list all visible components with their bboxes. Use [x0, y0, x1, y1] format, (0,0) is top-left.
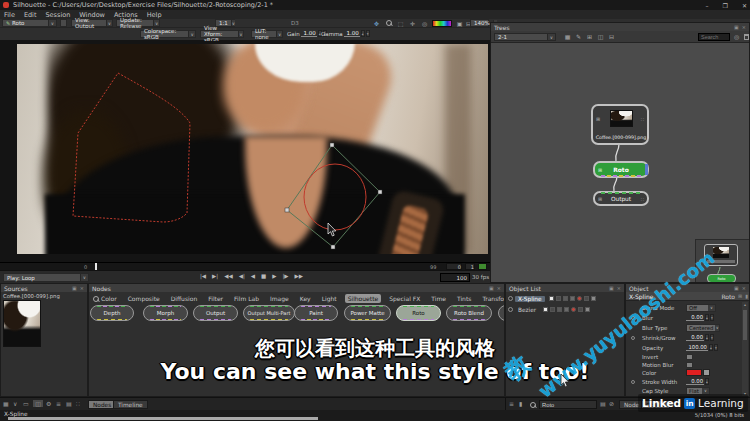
dock-icon[interactable]: ▣: [734, 24, 739, 30]
close-icon[interactable]: ×: [497, 285, 501, 291]
source-node[interactable]: ⊞ ∷ Coffee.[000-099].png: [591, 104, 649, 145]
step-field[interactable]: 1: [465, 263, 475, 270]
lock-icon[interactable]: ▮: [519, 400, 522, 407]
session-selector[interactable]: 2-1∨: [494, 33, 556, 41]
blur-value-field[interactable]: 0.00: [686, 314, 704, 321]
node-button-roto-blend[interactable]: Roto Blend: [446, 305, 492, 321]
object-row-xspline[interactable]: X-Spline: [508, 294, 596, 303]
blend-mode-selector[interactable]: Off∨: [686, 304, 716, 312]
menu-edit[interactable]: Edit: [24, 11, 37, 19]
tab-filter[interactable]: Filter: [205, 294, 226, 303]
trees-search-input[interactable]: [698, 33, 730, 41]
visibility-radio-icon[interactable]: [508, 307, 513, 312]
close-button[interactable]: ✕: [742, 2, 747, 9]
close-icon[interactable]: ×: [742, 285, 746, 291]
rewind-button[interactable]: ◀◀: [222, 273, 234, 279]
visibility-radio-icon[interactable]: [508, 296, 513, 301]
shape-swatch-icon[interactable]: [549, 296, 554, 301]
tab-image[interactable]: Image: [267, 294, 292, 303]
opacity-icon[interactable]: [557, 307, 562, 312]
source-item-label[interactable]: Coffee.[000-099].png: [3, 293, 60, 299]
node-button-depth[interactable]: Depth: [90, 305, 134, 321]
detail-view-icon[interactable]: ▤: [66, 400, 72, 407]
dots-view-icon[interactable]: ∷: [76, 400, 80, 407]
tab-transform[interactable]: Transform: [479, 294, 505, 303]
blend-icon[interactable]: [556, 296, 561, 301]
tab-timeline-bottom[interactable]: Timeline: [113, 400, 148, 409]
tool-selector[interactable]: ✎ Roto∨: [2, 19, 57, 27]
node-button-partial[interactable]: [498, 305, 505, 321]
viewer-canvas[interactable]: [0, 41, 490, 262]
tab-time[interactable]: Time: [428, 294, 449, 303]
sort-arrow-icon[interactable]: ∨: [13, 400, 17, 407]
gear-icon[interactable]: ⚙: [46, 400, 51, 407]
search-clear-icon[interactable]: ◎: [732, 33, 741, 41]
playhead[interactable]: [95, 263, 97, 270]
mono-display-icon[interactable]: ▣: [455, 20, 464, 28]
trash-icon[interactable]: [744, 34, 749, 40]
tab-key[interactable]: Key: [297, 294, 314, 303]
add-icon[interactable]: ⊞: [738, 293, 742, 299]
disable-icon[interactable]: ⊘: [609, 400, 614, 407]
current-frame-field[interactable]: 0: [446, 263, 462, 270]
tab-nodes-bottom[interactable]: Nodes: [88, 400, 116, 409]
zoom-level-selector[interactable]: 140%∨: [470, 19, 489, 27]
frame-icon[interactable]: ▭: [23, 400, 29, 407]
view-xform-selector[interactable]: View Xform: sRGB∨: [200, 30, 244, 38]
output-node[interactable]: ⊞ Output ∷: [593, 191, 649, 206]
tab-film-lab[interactable]: Film Lab: [231, 294, 262, 303]
pan-hand-icon[interactable]: ✥: [372, 20, 381, 28]
edit-session-icon[interactable]: ✎: [574, 33, 583, 41]
step-back-button[interactable]: ◀|: [237, 273, 247, 279]
dock-icon[interactable]: ▣: [489, 285, 494, 291]
play-mode-selector[interactable]: Play: Loop∨: [3, 273, 89, 282]
opacity-icon[interactable]: [563, 296, 568, 301]
blur-icon[interactable]: [564, 307, 569, 312]
minimize-button[interactable]: –: [706, 2, 709, 9]
colorspace-selector[interactable]: Colorspace: sRGB∨: [140, 30, 196, 38]
view-output-selector[interactable]: View: Output∨: [71, 19, 113, 27]
range-toggle-button[interactable]: [478, 263, 487, 270]
dock-icon[interactable]: ▣: [72, 285, 77, 291]
node-button-power-matte[interactable]: Power Matte: [344, 305, 391, 321]
dock-icon[interactable]: ▣: [734, 285, 739, 291]
lock-icon[interactable]: [584, 296, 589, 301]
step-forward-button[interactable]: |▶: [280, 273, 290, 279]
maximize-button[interactable]: ❐: [723, 2, 728, 9]
goto-start-button[interactable]: |◀: [198, 273, 208, 279]
tab-diffusion[interactable]: Diffusion: [168, 294, 201, 303]
shape-swatch-icon[interactable]: [543, 307, 548, 312]
scroll-up-icon[interactable]: ▴: [742, 302, 748, 307]
color-dot-icon[interactable]: [577, 296, 582, 301]
render-icon[interactable]: [585, 307, 590, 312]
tab-special-fx[interactable]: Special FX: [386, 294, 423, 303]
lock-icon[interactable]: [578, 307, 583, 312]
search-icon[interactable]: [530, 402, 536, 408]
close-icon[interactable]: ×: [617, 285, 621, 291]
timeline-ruler[interactable]: 0 99 0 1: [0, 262, 490, 270]
save-icon[interactable]: ⊟: [607, 33, 616, 41]
import-icon[interactable]: ◫: [596, 33, 605, 41]
node-button-paint[interactable]: Paint: [294, 305, 338, 321]
rotate-view-icon[interactable]: ◎: [420, 20, 429, 28]
spin-down-icon[interactable]: ▾: [366, 30, 370, 37]
channel-colorbar[interactable]: [432, 20, 452, 27]
node-button-output-multi-part[interactable]: Output Multi-Part: [243, 305, 295, 321]
tab-composite[interactable]: Composite: [125, 294, 163, 303]
play-reverse-button[interactable]: ◀: [249, 273, 257, 279]
node-graph[interactable]: ⊞ ∷ Coffee.[000-099].png ⊞ Roto ⊞ Output…: [491, 43, 750, 283]
blur-type-selector[interactable]: Centered∨: [686, 324, 720, 332]
goto-end-button[interactable]: ▶|: [210, 273, 220, 279]
filter-icon[interactable]: ▤: [600, 400, 606, 407]
zoom-magnifier-icon[interactable]: [384, 20, 393, 28]
dock-icon[interactable]: ▣: [609, 285, 614, 291]
close-icon[interactable]: ×: [80, 285, 84, 291]
thumb-size-box[interactable]: ◫: [33, 400, 43, 407]
stop-button[interactable]: ■: [259, 273, 268, 279]
list-icon[interactable]: ≡: [509, 400, 514, 407]
thumbnail-grid-icon[interactable]: ▦: [3, 400, 9, 407]
close-icon[interactable]: ×: [742, 24, 746, 30]
blur-icon[interactable]: [570, 296, 575, 301]
node-button-morph[interactable]: Morph: [143, 305, 188, 321]
tool-option-button[interactable]: [60, 19, 67, 27]
